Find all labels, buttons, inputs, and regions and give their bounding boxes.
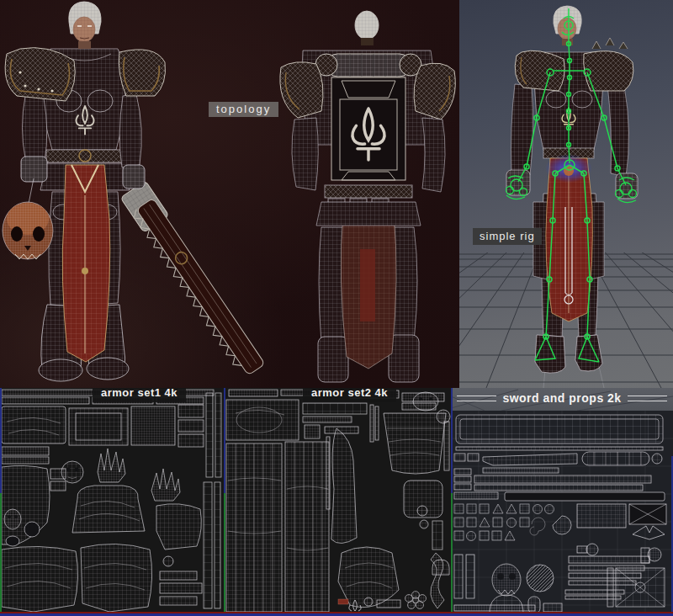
uv-aquila-island (633, 526, 665, 539)
uv-flower-island (405, 592, 427, 609)
uv-skull-island (492, 564, 521, 596)
portfolio-breakdown-sheet: topology (0, 0, 673, 616)
uv-hand-island (151, 469, 180, 501)
uv-hand-island (98, 449, 125, 482)
simple-rig-label: simple rig (473, 228, 542, 245)
uv-fan-island (553, 516, 571, 534)
uv-sheet-sword-props: sword and props 2k (451, 388, 673, 616)
chainsword (120, 181, 268, 380)
rig-viewport-panel: simple rig (459, 0, 673, 388)
uv-face-island (413, 392, 438, 411)
uv-islands-armor1 (0, 388, 224, 616)
uv-sheet-armor1: armor set1 4k (0, 388, 224, 616)
sword-props-label: sword and props 2k (502, 391, 621, 405)
back-tabard (341, 212, 396, 369)
uv-islands-armor2 (224, 388, 451, 616)
uv1-islands (2, 390, 221, 612)
label-rule-right (628, 396, 667, 401)
front-pauldron-left (5, 48, 75, 101)
uv3-islands (454, 415, 666, 613)
front-tabard (62, 165, 110, 362)
back-pauldron-left (280, 62, 323, 118)
character-rigged-viewport (459, 0, 673, 388)
uv2-islands (226, 390, 450, 612)
uv-small-parts (454, 504, 554, 541)
armor-set2-label: armor set2 4k (303, 388, 396, 402)
uv-islands-sword-props (451, 388, 673, 616)
back-pauldron-right (414, 63, 455, 119)
uv-blade-island (483, 454, 577, 465)
character-back-wireframe (278, 0, 459, 388)
backpack (315, 54, 421, 180)
uv-sheet-armor2: armor set2 4k (224, 388, 451, 616)
front-head (69, 2, 101, 49)
topology-render-panel: topology (0, 0, 459, 388)
uv-disc-island (527, 565, 554, 592)
label-rule-left (457, 396, 496, 401)
front-pauldron-right (119, 50, 165, 96)
topology-label: topology (209, 102, 278, 117)
uv-skull-island (4, 509, 21, 529)
character-front-wireframe (0, 0, 278, 388)
back-head (355, 11, 379, 45)
armor-set1-label: armor set1 4k (93, 388, 186, 402)
sword-props-label-row: sword and props 2k (451, 391, 673, 405)
